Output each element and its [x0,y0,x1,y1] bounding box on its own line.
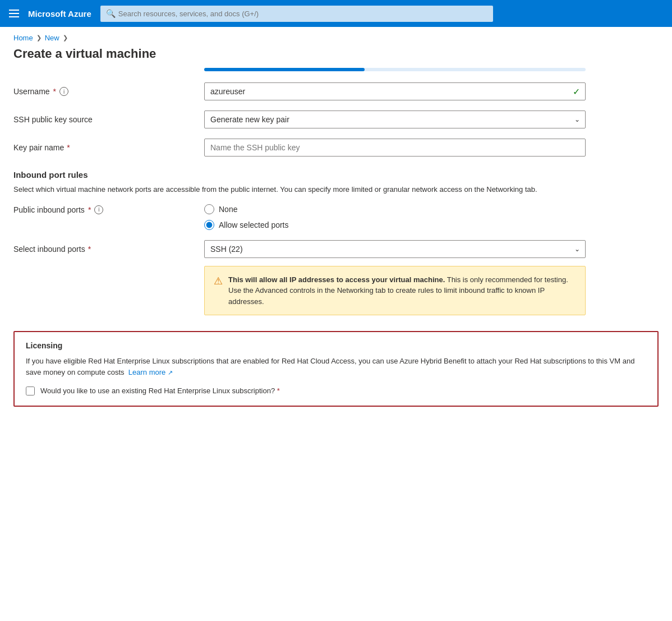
progress-bar-track [204,68,586,71]
inbound-rules-section: Inbound port rules Select which virtual … [13,170,659,315]
username-info-icon[interactable]: i [59,87,68,96]
hamburger-menu[interactable] [9,10,19,17]
public-inbound-required: * [88,205,91,214]
licensing-box: Licensing If you have eligible Red Hat E… [13,331,659,407]
select-inbound-wrapper: SSH (22) ⌄ [204,240,586,258]
select-inbound-label: Select inbound ports * [13,245,204,254]
licensing-title: Licensing [26,341,646,350]
public-inbound-radios: None Allow selected ports [204,204,289,230]
radio-allow-option[interactable]: Allow selected ports [204,220,289,230]
username-label: Username * i [13,87,204,96]
radio-none-option[interactable]: None [204,204,289,214]
main-content: Username * i ✓ SSH public key source Gen… [0,68,672,420]
username-required: * [53,87,56,96]
top-navigation: Microsoft Azure 🔍 [0,0,672,27]
public-inbound-info-icon[interactable]: i [94,205,103,214]
username-input[interactable] [204,82,586,100]
brand-name: Microsoft Azure [28,9,91,19]
warning-text-bold: This will allow all IP addresses to acce… [228,275,445,284]
inbound-rules-heading: Inbound port rules [13,170,659,180]
select-inbound-row: Select inbound ports * SSH (22) ⌄ [13,240,659,258]
page-title: Create a virtual machine [0,44,672,68]
breadcrumb-new[interactable]: New [45,34,59,42]
breadcrumb: Home ❯ New ❯ [0,27,672,44]
key-pair-name-label: Key pair name * [13,143,204,152]
select-inbound-required: * [88,245,91,254]
external-link-icon: ↗ [168,369,173,376]
licensing-required-star: * [277,387,280,395]
public-inbound-label: Public inbound ports * i [13,204,204,214]
radio-none-label: None [219,205,237,214]
warning-text: This will allow all IP addresses to acce… [228,274,576,307]
breadcrumb-sep-1: ❯ [36,34,42,42]
key-pair-name-input[interactable] [204,139,586,157]
warning-icon: ⚠ [214,275,223,307]
ssh-key-source-wrapper: Generate new key pair ⌄ [204,111,586,128]
username-row: Username * i ✓ [13,82,659,100]
licensing-checkbox-row: Would you like to use an existing Red Ha… [26,385,646,397]
ssh-key-source-select[interactable]: Generate new key pair [204,111,586,128]
key-pair-required: * [67,143,70,152]
progress-bar-area [204,68,586,71]
licensing-desc: If you have eligible Red Hat Enterprise … [26,356,646,378]
inbound-rules-desc: Select which virtual machine network por… [13,184,602,195]
key-pair-name-row: Key pair name * [13,139,659,157]
licensing-checkbox-label: Would you like to use an existing Red Ha… [40,385,280,397]
warning-box: ⚠ This will allow all IP addresses to ac… [204,266,586,316]
search-icon: 🔍 [106,9,116,18]
username-input-wrapper: ✓ [204,82,586,100]
radio-allow[interactable] [204,220,214,230]
search-input[interactable] [100,6,493,22]
ssh-key-source-label: SSH public key source [13,115,204,124]
select-inbound-ports[interactable]: SSH (22) [204,240,586,258]
public-inbound-row: Public inbound ports * i None Allow sele… [13,204,659,230]
licensing-checkbox[interactable] [26,387,35,395]
breadcrumb-home[interactable]: Home [13,34,33,42]
radio-allow-label: Allow selected ports [219,220,289,229]
breadcrumb-sep-2: ❯ [63,34,68,42]
learn-more-link[interactable]: Learn more [128,368,165,376]
check-icon: ✓ [573,86,580,97]
progress-bar-fill [204,68,365,71]
radio-none[interactable] [204,204,214,214]
search-wrapper: 🔍 [100,6,493,22]
ssh-key-source-row: SSH public key source Generate new key p… [13,111,659,128]
